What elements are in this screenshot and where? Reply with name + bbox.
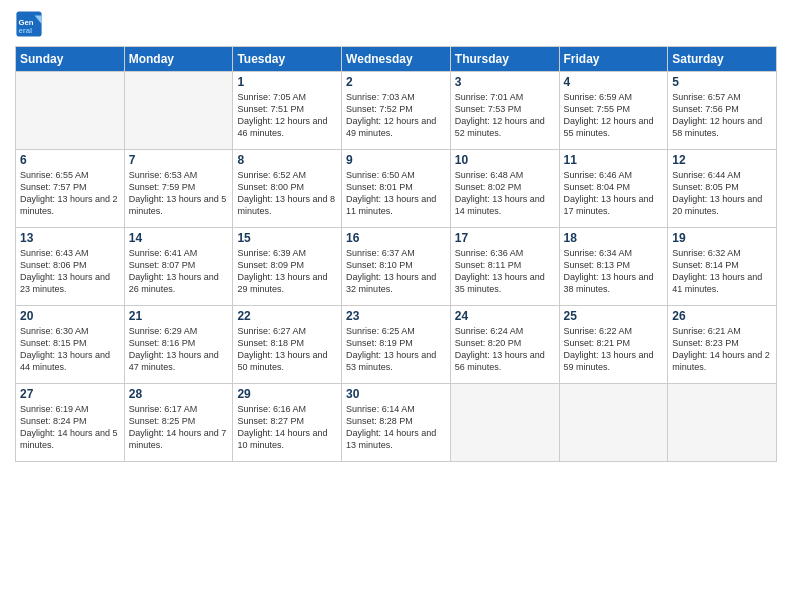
week-row-1: 1Sunrise: 7:05 AM Sunset: 7:51 PM Daylig… (16, 72, 777, 150)
week-row-4: 20Sunrise: 6:30 AM Sunset: 8:15 PM Dayli… (16, 306, 777, 384)
day-cell (450, 384, 559, 462)
col-header-tuesday: Tuesday (233, 47, 342, 72)
day-number: 28 (129, 387, 229, 401)
day-cell: 11Sunrise: 6:46 AM Sunset: 8:04 PM Dayli… (559, 150, 668, 228)
logo-icon: Gen eral (15, 10, 43, 38)
day-cell: 8Sunrise: 6:52 AM Sunset: 8:00 PM Daylig… (233, 150, 342, 228)
svg-text:eral: eral (19, 26, 33, 35)
day-number: 26 (672, 309, 772, 323)
day-number: 16 (346, 231, 446, 245)
day-cell: 16Sunrise: 6:37 AM Sunset: 8:10 PM Dayli… (342, 228, 451, 306)
day-cell: 6Sunrise: 6:55 AM Sunset: 7:57 PM Daylig… (16, 150, 125, 228)
day-info: Sunrise: 6:25 AM Sunset: 8:19 PM Dayligh… (346, 325, 446, 374)
day-number: 30 (346, 387, 446, 401)
day-info: Sunrise: 6:36 AM Sunset: 8:11 PM Dayligh… (455, 247, 555, 296)
day-info: Sunrise: 6:17 AM Sunset: 8:25 PM Dayligh… (129, 403, 229, 452)
day-info: Sunrise: 6:30 AM Sunset: 8:15 PM Dayligh… (20, 325, 120, 374)
col-header-sunday: Sunday (16, 47, 125, 72)
day-cell: 30Sunrise: 6:14 AM Sunset: 8:28 PM Dayli… (342, 384, 451, 462)
col-header-saturday: Saturday (668, 47, 777, 72)
day-number: 27 (20, 387, 120, 401)
day-cell: 9Sunrise: 6:50 AM Sunset: 8:01 PM Daylig… (342, 150, 451, 228)
week-row-5: 27Sunrise: 6:19 AM Sunset: 8:24 PM Dayli… (16, 384, 777, 462)
day-number: 6 (20, 153, 120, 167)
day-number: 10 (455, 153, 555, 167)
day-cell: 12Sunrise: 6:44 AM Sunset: 8:05 PM Dayli… (668, 150, 777, 228)
week-row-3: 13Sunrise: 6:43 AM Sunset: 8:06 PM Dayli… (16, 228, 777, 306)
day-cell (559, 384, 668, 462)
day-info: Sunrise: 6:48 AM Sunset: 8:02 PM Dayligh… (455, 169, 555, 218)
day-number: 11 (564, 153, 664, 167)
day-number: 2 (346, 75, 446, 89)
day-cell: 2Sunrise: 7:03 AM Sunset: 7:52 PM Daylig… (342, 72, 451, 150)
day-cell: 18Sunrise: 6:34 AM Sunset: 8:13 PM Dayli… (559, 228, 668, 306)
day-info: Sunrise: 6:22 AM Sunset: 8:21 PM Dayligh… (564, 325, 664, 374)
day-number: 25 (564, 309, 664, 323)
day-number: 5 (672, 75, 772, 89)
day-cell: 21Sunrise: 6:29 AM Sunset: 8:16 PM Dayli… (124, 306, 233, 384)
day-number: 1 (237, 75, 337, 89)
day-number: 19 (672, 231, 772, 245)
day-cell: 15Sunrise: 6:39 AM Sunset: 8:09 PM Dayli… (233, 228, 342, 306)
day-info: Sunrise: 6:57 AM Sunset: 7:56 PM Dayligh… (672, 91, 772, 140)
col-header-monday: Monday (124, 47, 233, 72)
day-info: Sunrise: 6:50 AM Sunset: 8:01 PM Dayligh… (346, 169, 446, 218)
day-cell: 24Sunrise: 6:24 AM Sunset: 8:20 PM Dayli… (450, 306, 559, 384)
day-cell: 4Sunrise: 6:59 AM Sunset: 7:55 PM Daylig… (559, 72, 668, 150)
day-number: 9 (346, 153, 446, 167)
day-number: 13 (20, 231, 120, 245)
day-cell (124, 72, 233, 150)
day-info: Sunrise: 6:19 AM Sunset: 8:24 PM Dayligh… (20, 403, 120, 452)
day-info: Sunrise: 6:29 AM Sunset: 8:16 PM Dayligh… (129, 325, 229, 374)
day-cell: 22Sunrise: 6:27 AM Sunset: 8:18 PM Dayli… (233, 306, 342, 384)
day-info: Sunrise: 6:39 AM Sunset: 8:09 PM Dayligh… (237, 247, 337, 296)
day-info: Sunrise: 7:01 AM Sunset: 7:53 PM Dayligh… (455, 91, 555, 140)
day-number: 23 (346, 309, 446, 323)
day-info: Sunrise: 6:32 AM Sunset: 8:14 PM Dayligh… (672, 247, 772, 296)
day-cell: 26Sunrise: 6:21 AM Sunset: 8:23 PM Dayli… (668, 306, 777, 384)
day-info: Sunrise: 6:43 AM Sunset: 8:06 PM Dayligh… (20, 247, 120, 296)
day-number: 18 (564, 231, 664, 245)
day-number: 15 (237, 231, 337, 245)
day-cell: 5Sunrise: 6:57 AM Sunset: 7:56 PM Daylig… (668, 72, 777, 150)
day-number: 3 (455, 75, 555, 89)
day-cell: 28Sunrise: 6:17 AM Sunset: 8:25 PM Dayli… (124, 384, 233, 462)
day-info: Sunrise: 6:27 AM Sunset: 8:18 PM Dayligh… (237, 325, 337, 374)
day-cell: 13Sunrise: 6:43 AM Sunset: 8:06 PM Dayli… (16, 228, 125, 306)
day-cell: 17Sunrise: 6:36 AM Sunset: 8:11 PM Dayli… (450, 228, 559, 306)
day-info: Sunrise: 6:41 AM Sunset: 8:07 PM Dayligh… (129, 247, 229, 296)
logo: Gen eral (15, 10, 47, 38)
day-cell: 25Sunrise: 6:22 AM Sunset: 8:21 PM Dayli… (559, 306, 668, 384)
day-info: Sunrise: 6:52 AM Sunset: 8:00 PM Dayligh… (237, 169, 337, 218)
day-cell: 7Sunrise: 6:53 AM Sunset: 7:59 PM Daylig… (124, 150, 233, 228)
day-number: 29 (237, 387, 337, 401)
day-info: Sunrise: 6:44 AM Sunset: 8:05 PM Dayligh… (672, 169, 772, 218)
day-cell: 27Sunrise: 6:19 AM Sunset: 8:24 PM Dayli… (16, 384, 125, 462)
day-info: Sunrise: 7:03 AM Sunset: 7:52 PM Dayligh… (346, 91, 446, 140)
day-cell: 23Sunrise: 6:25 AM Sunset: 8:19 PM Dayli… (342, 306, 451, 384)
day-cell (16, 72, 125, 150)
col-header-thursday: Thursday (450, 47, 559, 72)
day-cell: 29Sunrise: 6:16 AM Sunset: 8:27 PM Dayli… (233, 384, 342, 462)
day-info: Sunrise: 7:05 AM Sunset: 7:51 PM Dayligh… (237, 91, 337, 140)
day-number: 12 (672, 153, 772, 167)
day-cell: 1Sunrise: 7:05 AM Sunset: 7:51 PM Daylig… (233, 72, 342, 150)
day-number: 14 (129, 231, 229, 245)
day-number: 17 (455, 231, 555, 245)
day-number: 24 (455, 309, 555, 323)
day-cell: 10Sunrise: 6:48 AM Sunset: 8:02 PM Dayli… (450, 150, 559, 228)
day-cell: 20Sunrise: 6:30 AM Sunset: 8:15 PM Dayli… (16, 306, 125, 384)
day-number: 7 (129, 153, 229, 167)
day-info: Sunrise: 6:34 AM Sunset: 8:13 PM Dayligh… (564, 247, 664, 296)
day-info: Sunrise: 6:46 AM Sunset: 8:04 PM Dayligh… (564, 169, 664, 218)
col-header-friday: Friday (559, 47, 668, 72)
day-number: 20 (20, 309, 120, 323)
day-cell (668, 384, 777, 462)
calendar-page: Gen eral SundayMondayTuesdayWednesdayThu… (0, 0, 792, 612)
day-cell: 3Sunrise: 7:01 AM Sunset: 7:53 PM Daylig… (450, 72, 559, 150)
header: Gen eral (15, 10, 777, 38)
day-cell: 14Sunrise: 6:41 AM Sunset: 8:07 PM Dayli… (124, 228, 233, 306)
day-info: Sunrise: 6:21 AM Sunset: 8:23 PM Dayligh… (672, 325, 772, 374)
col-header-wednesday: Wednesday (342, 47, 451, 72)
day-cell: 19Sunrise: 6:32 AM Sunset: 8:14 PM Dayli… (668, 228, 777, 306)
